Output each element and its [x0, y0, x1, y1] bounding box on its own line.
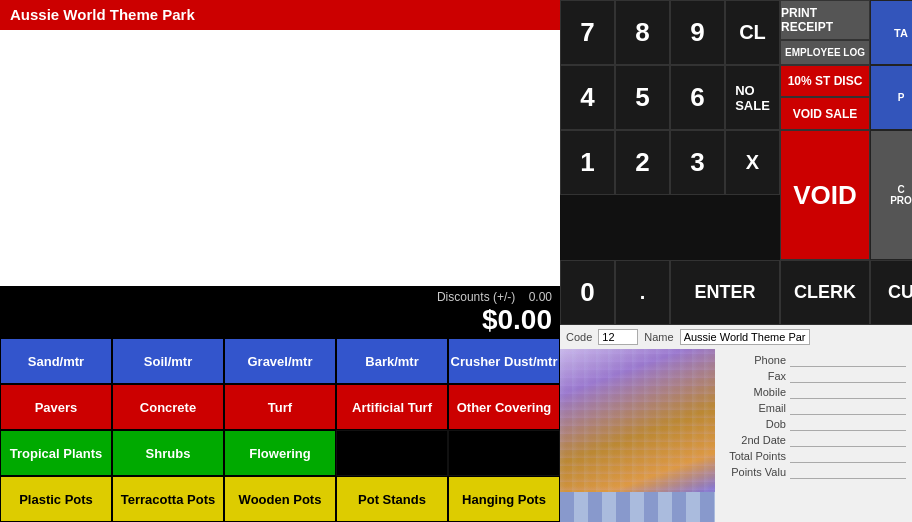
product-btn[interactable]: Hanging Pots: [448, 476, 560, 522]
name-input[interactable]: [680, 329, 810, 345]
discounts-line: Discounts (+/-) 0.00: [0, 290, 552, 304]
discounts-label: Discounts (+/-): [437, 290, 515, 304]
dob-label: Dob: [721, 418, 786, 430]
total-points-row: Total Points: [721, 449, 906, 463]
product-row-1: Sand/mtr Soil/mtr Gravel/mtr Bark/mtr Cr…: [0, 338, 560, 384]
cu-button[interactable]: CU: [870, 260, 912, 325]
cpro-button[interactable]: CPRO: [870, 130, 912, 260]
product-btn[interactable]: Crusher Dust/mtr: [448, 338, 560, 384]
disc-10-button[interactable]: 10% ST DISC: [780, 65, 870, 97]
points-value-row: Points Valu: [721, 465, 906, 479]
email-value: [790, 401, 906, 415]
product-btn-other-covering[interactable]: Other Covering: [448, 384, 560, 430]
product-btn[interactable]: Gravel/mtr: [224, 338, 336, 384]
key-dot[interactable]: .: [615, 260, 670, 325]
total-amount: $0.00: [0, 304, 552, 336]
code-input[interactable]: [598, 329, 638, 345]
mobile-label: Mobile: [721, 386, 786, 398]
product-row-2: Pavers Concrete Turf Artificial Turf Oth…: [0, 384, 560, 430]
code-name-row: Code Name: [560, 325, 912, 349]
dob-row: Dob: [721, 417, 906, 431]
phone-row: Phone: [721, 353, 906, 367]
key-5[interactable]: 5: [615, 65, 670, 130]
key-2[interactable]: 2: [615, 130, 670, 195]
product-btn[interactable]: Sand/mtr: [0, 338, 112, 384]
name-label: Name: [644, 331, 673, 343]
product-btn[interactable]: Shrubs: [112, 430, 224, 476]
key-3[interactable]: 3: [670, 130, 725, 195]
key-x[interactable]: X: [725, 130, 780, 195]
key-6[interactable]: 6: [670, 65, 725, 130]
product-btn[interactable]: Plastic Pots: [0, 476, 112, 522]
product-btn[interactable]: Turf: [224, 384, 336, 430]
total-points-value: [790, 449, 906, 463]
phone-label: Phone: [721, 354, 786, 366]
key-0[interactable]: 0: [560, 260, 615, 325]
product-btn[interactable]: Concrete: [112, 384, 224, 430]
product-btn[interactable]: Bark/mtr: [336, 338, 448, 384]
ta-button[interactable]: TA: [870, 0, 912, 65]
key-no-sale[interactable]: NOSALE: [725, 65, 780, 130]
left-panel: Aussie World Theme Park Discounts (+/-) …: [0, 0, 560, 522]
second-date-row: 2nd Date: [721, 433, 906, 447]
code-label: Code: [566, 331, 592, 343]
totals-area: Discounts (+/-) 0.00 $0.00: [0, 286, 560, 338]
points-value-value: [790, 465, 906, 479]
product-btn[interactable]: Flowering: [224, 430, 336, 476]
app-title: Aussie World Theme Park: [0, 0, 560, 30]
mobile-row: Mobile: [721, 385, 906, 399]
email-row: Email: [721, 401, 906, 415]
product-btn-empty: [336, 430, 448, 476]
key-1[interactable]: 1: [560, 130, 615, 195]
product-btn[interactable]: Pavers: [0, 384, 112, 430]
customer-fields: Phone Fax Mobile Email Dob: [715, 349, 912, 522]
email-label: Email: [721, 402, 786, 414]
key-7[interactable]: 7: [560, 0, 615, 65]
void-button[interactable]: VOID: [780, 130, 870, 260]
points-value-label: Points Valu: [721, 466, 786, 478]
product-btn[interactable]: Artificial Turf: [336, 384, 448, 430]
key-cl[interactable]: CL: [725, 0, 780, 65]
product-row-3: Tropical Plants Shrubs Flowering: [0, 430, 560, 476]
total-points-label: Total Points: [721, 450, 786, 462]
clerk-button[interactable]: CLERK: [780, 260, 870, 325]
product-row-4: Plastic Pots Terracotta Pots Wooden Pots…: [0, 476, 560, 522]
product-btn-empty: [448, 430, 560, 476]
right-panel: 7 8 9 CL PRINT RECEIPT EMPLOYEE LOG TA: [560, 0, 912, 522]
fax-value: [790, 369, 906, 383]
product-btn[interactable]: Terracotta Pots: [112, 476, 224, 522]
dob-value: [790, 417, 906, 431]
receipt-area: [0, 30, 560, 286]
key-9[interactable]: 9: [670, 0, 725, 65]
fax-label: Fax: [721, 370, 786, 382]
fax-row: Fax: [721, 369, 906, 383]
product-grid: Sand/mtr Soil/mtr Gravel/mtr Bark/mtr Cr…: [0, 338, 560, 522]
product-btn[interactable]: Tropical Plants: [0, 430, 112, 476]
phone-value: [790, 353, 906, 367]
void-sale-button[interactable]: VOID SALE: [780, 97, 870, 130]
second-date-value: [790, 433, 906, 447]
product-btn[interactable]: Soil/mtr: [112, 338, 224, 384]
mobile-value: [790, 385, 906, 399]
second-date-label: 2nd Date: [721, 434, 786, 446]
key-8[interactable]: 8: [615, 0, 670, 65]
product-btn[interactable]: Pot Stands: [336, 476, 448, 522]
product-btn[interactable]: Wooden Pots: [224, 476, 336, 522]
discounts-value: 0.00: [529, 290, 552, 304]
employee-log-button[interactable]: EMPLOYEE LOG: [780, 40, 870, 65]
enter-button[interactable]: ENTER: [670, 260, 780, 325]
p-button[interactable]: P: [870, 65, 912, 130]
key-4[interactable]: 4: [560, 65, 615, 130]
print-receipt-button[interactable]: PRINT RECEIPT: [780, 0, 870, 40]
